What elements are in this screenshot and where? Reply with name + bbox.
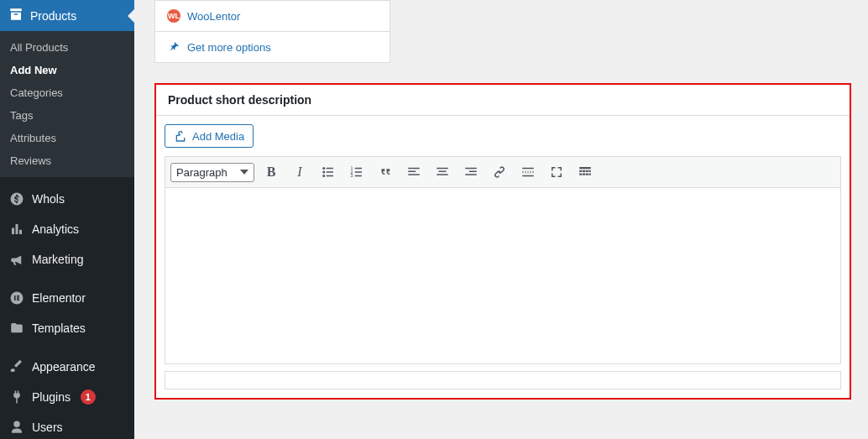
svg-rect-6 bbox=[327, 175, 333, 177]
svg-rect-17 bbox=[439, 171, 447, 173]
svg-rect-31 bbox=[583, 174, 585, 175]
svg-rect-29 bbox=[589, 170, 591, 172]
svg-rect-28 bbox=[586, 170, 588, 172]
sidebar-label: Analytics bbox=[32, 222, 79, 236]
plug-icon bbox=[8, 389, 25, 405]
align-right-button[interactable] bbox=[459, 160, 483, 184]
blockquote-button[interactable] bbox=[374, 160, 397, 184]
sidebar-item-elementor[interactable]: Elementor bbox=[0, 283, 134, 313]
submenu-attributes[interactable]: Attributes bbox=[0, 127, 134, 149]
folder-icon bbox=[8, 320, 25, 337]
add-media-button[interactable]: Add Media bbox=[165, 124, 254, 148]
submenu-all-products[interactable]: All Products bbox=[0, 36, 134, 59]
italic-button[interactable]: I bbox=[288, 160, 311, 184]
align-center-button[interactable] bbox=[431, 160, 454, 184]
bar-chart-icon bbox=[8, 221, 25, 238]
plugins-update-badge: 1 bbox=[81, 389, 96, 405]
svg-rect-8 bbox=[355, 168, 362, 170]
editor-toolbar: Paragraph B I 123 bbox=[165, 156, 841, 188]
woolentor-badge-icon: WL bbox=[167, 9, 180, 23]
svg-rect-16 bbox=[437, 168, 448, 170]
align-left-button[interactable] bbox=[402, 160, 426, 184]
media-icon bbox=[174, 129, 187, 143]
svg-rect-26 bbox=[579, 170, 582, 172]
sidebar-item-whols[interactable]: Whols bbox=[0, 184, 134, 214]
svg-rect-25 bbox=[579, 167, 591, 169]
toolbar-toggle-button[interactable] bbox=[573, 160, 597, 184]
sidebar-item-marketing[interactable]: Marketing bbox=[0, 244, 134, 274]
brush-icon bbox=[8, 358, 25, 375]
submenu-tags[interactable]: Tags bbox=[0, 104, 134, 127]
svg-rect-23 bbox=[522, 171, 534, 173]
svg-point-5 bbox=[322, 175, 325, 177]
svg-rect-21 bbox=[465, 174, 477, 175]
svg-rect-13 bbox=[408, 168, 420, 170]
main-content: WL WooLentor Get more options Product sh… bbox=[134, 0, 868, 439]
bold-button[interactable]: B bbox=[259, 160, 283, 184]
sidebar-label: Users bbox=[32, 421, 63, 434]
bullet-list-button[interactable] bbox=[316, 160, 340, 184]
dollar-circle-icon bbox=[8, 191, 25, 207]
submenu-add-new[interactable]: Add New bbox=[0, 59, 134, 81]
insert-more-button[interactable] bbox=[516, 160, 540, 184]
svg-rect-33 bbox=[589, 174, 591, 175]
svg-rect-22 bbox=[522, 168, 534, 170]
svg-point-1 bbox=[322, 167, 325, 170]
svg-rect-30 bbox=[579, 174, 582, 175]
panel-option-label: Get more options bbox=[187, 41, 271, 54]
svg-rect-10 bbox=[355, 171, 362, 173]
sidebar-item-templates[interactable]: Templates bbox=[0, 313, 134, 343]
sidebar-header-label: Products bbox=[30, 9, 76, 23]
svg-rect-15 bbox=[408, 174, 420, 175]
current-pointer-icon bbox=[128, 9, 134, 23]
svg-rect-19 bbox=[465, 168, 477, 170]
svg-point-3 bbox=[322, 171, 325, 174]
admin-sidebar: Products All Products Add New Categories… bbox=[0, 0, 134, 439]
menu-separator bbox=[0, 274, 134, 283]
metabox-title: Product short description bbox=[156, 85, 850, 116]
menu-separator bbox=[0, 343, 134, 352]
svg-rect-18 bbox=[437, 174, 448, 175]
short-description-metabox: Product short description Add Media Para… bbox=[154, 83, 851, 400]
sidebar-label: Marketing bbox=[32, 253, 83, 266]
svg-rect-12 bbox=[355, 175, 362, 177]
sidebar-label: Whols bbox=[32, 192, 65, 206]
products-submenu: All Products Add New Categories Tags Att… bbox=[0, 31, 134, 177]
fullscreen-button[interactable] bbox=[545, 160, 568, 184]
sidebar-main-menu: Whols Analytics Marketing Elementor bbox=[0, 177, 134, 439]
sidebar-item-users[interactable]: Users bbox=[0, 412, 134, 439]
svg-rect-27 bbox=[583, 170, 585, 172]
megaphone-icon bbox=[8, 251, 25, 268]
editor-content-area[interactable] bbox=[165, 188, 841, 364]
user-icon bbox=[8, 419, 25, 436]
svg-rect-2 bbox=[327, 168, 333, 170]
sidebar-current-products[interactable]: Products bbox=[0, 0, 134, 31]
svg-rect-14 bbox=[408, 171, 416, 173]
svg-rect-4 bbox=[327, 171, 333, 173]
elementor-icon bbox=[8, 290, 25, 306]
sidebar-label: Appearance bbox=[32, 360, 96, 374]
panel-option-get-more[interactable]: Get more options bbox=[155, 31, 390, 62]
submenu-reviews[interactable]: Reviews bbox=[0, 149, 134, 172]
svg-rect-32 bbox=[586, 174, 588, 175]
builder-options-panel: WL WooLentor Get more options bbox=[154, 0, 390, 63]
svg-rect-24 bbox=[522, 175, 534, 177]
pin-icon bbox=[167, 40, 180, 54]
add-media-label: Add Media bbox=[192, 130, 244, 143]
submenu-categories[interactable]: Categories bbox=[0, 81, 134, 104]
svg-text:3: 3 bbox=[351, 173, 353, 178]
sidebar-label: Plugins bbox=[32, 390, 71, 404]
panel-option-label: WooLentor bbox=[187, 10, 240, 23]
sidebar-item-analytics[interactable]: Analytics bbox=[0, 214, 134, 244]
sidebar-item-appearance[interactable]: Appearance bbox=[0, 352, 134, 382]
panel-option-woolentor[interactable]: WL WooLentor bbox=[155, 1, 390, 31]
svg-rect-20 bbox=[469, 171, 477, 173]
numbered-list-button[interactable]: 123 bbox=[345, 160, 369, 184]
format-select[interactable]: Paragraph bbox=[170, 163, 254, 182]
sidebar-item-plugins[interactable]: Plugins 1 bbox=[0, 382, 134, 412]
archive-icon bbox=[8, 7, 24, 24]
editor-status-bar bbox=[165, 371, 841, 389]
sidebar-label: Templates bbox=[32, 321, 86, 335]
sidebar-label: Elementor bbox=[32, 291, 86, 305]
insert-link-button[interactable] bbox=[488, 160, 511, 184]
